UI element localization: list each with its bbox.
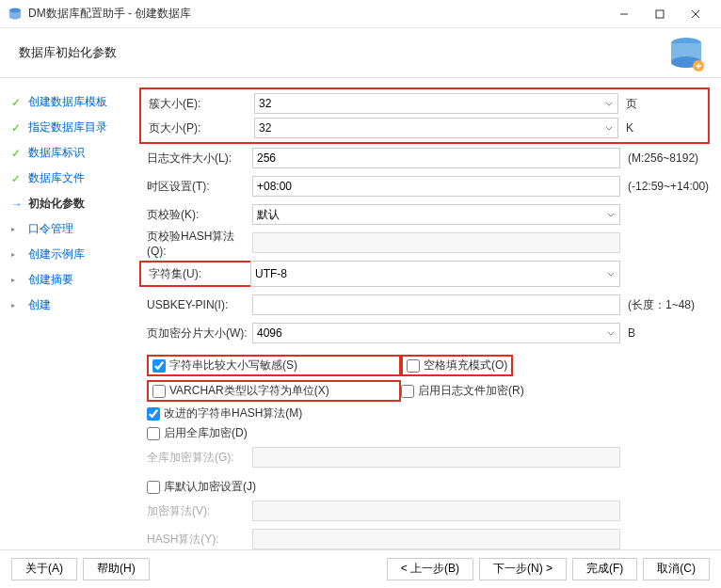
bullet-icon: ▸ <box>11 301 23 310</box>
footer: 关于(A) 帮助(H) < 上一步(B) 下一步(N) > 完成(F) 取消(C… <box>0 549 721 587</box>
bullet-icon: ▸ <box>11 225 23 233</box>
about-button[interactable]: 关于(A) <box>11 558 77 580</box>
blank-pad-checkbox[interactable]: 空格填充模式(O) <box>401 355 513 376</box>
page-enc-size-unit: B <box>620 326 710 340</box>
steps-sidebar: ✓创建数据库模板 ✓指定数据库目录 ✓数据库标识 ✓数据库文件 →初始化参数 ▸… <box>0 78 139 549</box>
step-directory[interactable]: ✓指定数据库目录 <box>8 115 139 140</box>
app-icon <box>8 7 23 22</box>
improved-hash-checkbox[interactable]: 改进的字符串HASH算法(M) <box>147 405 302 421</box>
minimize-button[interactable] <box>606 0 642 28</box>
prev-button[interactable]: < 上一步(B) <box>387 558 473 580</box>
page-header: 数据库初始化参数 <box>0 28 721 77</box>
log-size-input[interactable] <box>252 148 620 168</box>
database-icon <box>663 34 710 75</box>
step-sample[interactable]: ▸创建示例库 <box>8 242 139 267</box>
page-size-select[interactable]: 32 <box>254 118 618 138</box>
page-check-label: 页校验(K): <box>139 207 252 223</box>
timezone-input[interactable] <box>252 176 620 197</box>
enc-alg-select <box>252 501 620 521</box>
timezone-label: 时区设置(T): <box>139 179 252 195</box>
log-size-label: 日志文件大小(L): <box>139 151 252 167</box>
global-enc-checkbox[interactable]: 启用全库加密(D) <box>147 425 248 441</box>
form-panel: 簇大小(E): 32 页 页大小(P): 32 K 日志文件大小(L): (M:… <box>139 78 721 549</box>
finish-button[interactable]: 完成(F) <box>572 558 637 580</box>
step-template[interactable]: ✓创建数据库模板 <box>8 89 139 115</box>
bullet-icon: ▸ <box>11 250 23 259</box>
window-title: DM数据库配置助手 - 创建数据库 <box>28 6 606 22</box>
close-button[interactable] <box>678 0 713 28</box>
charset-select[interactable]: UTF-8 <box>250 261 620 287</box>
next-button[interactable]: 下一步(N) > <box>479 558 567 580</box>
default-enc-checkbox[interactable]: 库默认加密设置(J) <box>147 479 710 495</box>
step-password[interactable]: ▸口令管理 <box>8 216 139 242</box>
global-alg-select <box>252 447 620 468</box>
step-files[interactable]: ✓数据库文件 <box>8 166 139 191</box>
check-icon: ✓ <box>11 122 23 134</box>
cancel-button[interactable]: 取消(C) <box>643 558 710 580</box>
page-enc-size-select[interactable]: 4096 <box>252 323 620 343</box>
cluster-size-label: 簇大小(E): <box>141 96 254 112</box>
check-icon: ✓ <box>11 173 23 184</box>
hash-alg-label: HASH算法(Y): <box>139 532 252 548</box>
page-size-label: 页大小(P): <box>141 120 254 136</box>
maximize-button[interactable] <box>642 0 678 28</box>
help-button[interactable]: 帮助(H) <box>83 558 150 580</box>
check-icon: ✓ <box>11 148 23 159</box>
varchar-char-checkbox[interactable]: VARCHAR类型以字符为单位(X) <box>147 380 401 402</box>
usbkey-input[interactable] <box>252 294 620 315</box>
page-hash-label: 页校验HASH算法(Q): <box>139 229 252 258</box>
page-enc-size-label: 页加密分片大小(W): <box>139 326 252 342</box>
step-identity[interactable]: ✓数据库标识 <box>8 140 139 166</box>
timezone-unit: (-12:59~+14:00) <box>620 180 710 193</box>
arrow-icon: → <box>11 198 23 211</box>
step-init-params[interactable]: →初始化参数 <box>8 191 139 216</box>
step-summary[interactable]: ▸创建摘要 <box>8 267 139 293</box>
page-title: 数据库初始化参数 <box>19 44 117 61</box>
hash-alg-select <box>252 529 620 549</box>
step-create[interactable]: ▸创建 <box>8 293 139 318</box>
log-enc-checkbox[interactable]: 启用日志文件加密(R) <box>401 383 524 399</box>
cluster-size-unit: 页 <box>618 96 708 112</box>
svg-rect-2 <box>656 10 664 18</box>
usbkey-unit: (长度：1~48) <box>620 297 710 313</box>
case-sensitive-checkbox[interactable]: 字符串比较大小写敏感(S) <box>147 355 401 376</box>
page-size-unit: K <box>618 121 708 135</box>
usbkey-label: USBKEY-PIN(I): <box>139 298 252 311</box>
charset-label: 字符集(U): <box>139 261 252 287</box>
cluster-size-select[interactable]: 32 <box>254 93 618 114</box>
global-alg-label: 全库加密算法(G): <box>139 450 252 466</box>
page-hash-select <box>252 232 620 253</box>
page-check-select[interactable]: 默认 <box>252 204 620 225</box>
log-size-unit: (M:256~8192) <box>620 151 710 165</box>
titlebar: DM数据库配置助手 - 创建数据库 <box>0 0 721 28</box>
enc-alg-label: 加密算法(V): <box>139 503 252 519</box>
check-icon: ✓ <box>11 97 23 108</box>
bullet-icon: ▸ <box>11 276 23 284</box>
